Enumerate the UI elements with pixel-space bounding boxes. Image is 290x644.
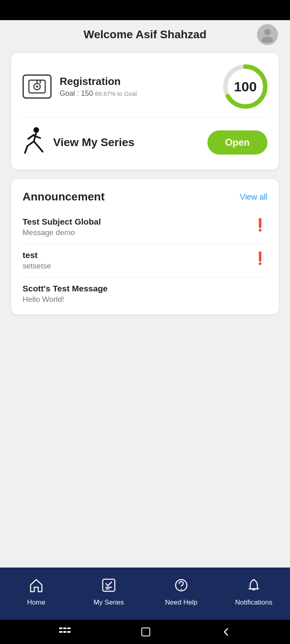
android-back-btn[interactable] — [221, 627, 231, 637]
svg-line-12 — [25, 146, 27, 153]
svg-line-14 — [39, 147, 43, 152]
announcement-header: Announcement View all — [23, 190, 267, 203]
nav-item-series[interactable]: My Series — [72, 578, 145, 607]
android-menu-btn[interactable] — [59, 627, 70, 636]
announcement-item: Scott's Test Message Hello World! — [23, 277, 267, 310]
android-home-btn[interactable] — [141, 627, 151, 637]
announcement-item: test setsetse ❗ — [23, 244, 267, 277]
announcement-card: Announcement View all Test Subject Globa… — [11, 179, 279, 314]
registration-row: Registration Goal : 150 66.67% to Goal 1… — [23, 64, 267, 109]
circle-value: 100 — [234, 79, 257, 95]
series-title: View My Series — [53, 136, 135, 149]
ann-subject-2: test — [23, 250, 249, 260]
nav-notifications-label: Notifications — [235, 599, 273, 607]
reg-info: Registration Goal : 150 66.67% to Goal — [60, 75, 137, 98]
reg-goal: Goal : 150 66.67% to Goal — [60, 89, 137, 98]
ann-message-3: Hello World! — [23, 295, 267, 304]
svg-rect-27 — [63, 631, 66, 633]
ann-message-2: setsetse — [23, 262, 249, 270]
ann-item-3-content: Scott's Test Message Hello World! — [23, 284, 267, 304]
series-row: View My Series Open — [23, 127, 267, 158]
svg-point-21 — [181, 589, 182, 590]
announcement-title: Announcement — [23, 190, 105, 203]
open-button[interactable]: Open — [207, 130, 267, 155]
svg-rect-23 — [59, 627, 62, 629]
ann-subject-3: Scott's Test Message — [23, 284, 267, 293]
user-icon — [259, 27, 276, 43]
ann-alert-2-icon: ❗ — [253, 251, 267, 265]
svg-point-4 — [36, 85, 38, 87]
ann-item-2-content: test setsetse — [23, 250, 249, 270]
svg-rect-24 — [63, 627, 66, 629]
svg-point-0 — [264, 29, 271, 35]
svg-rect-28 — [67, 631, 70, 633]
registration-card: Registration Goal : 150 66.67% to Goal 1… — [11, 53, 279, 169]
svg-point-1 — [262, 37, 273, 43]
bell-icon — [246, 578, 261, 595]
divider — [23, 118, 267, 118]
svg-rect-26 — [59, 631, 62, 633]
status-bar — [0, 0, 290, 20]
avatar[interactable] — [257, 24, 278, 45]
svg-line-11 — [27, 141, 34, 146]
ann-item-1-content: Test Subject Global Message demo — [23, 217, 249, 237]
ann-subject-1: Test Subject Global — [23, 217, 249, 227]
svg-line-13 — [34, 141, 39, 147]
svg-rect-25 — [67, 627, 70, 629]
announcement-item: Test Subject Global Message demo ❗ — [23, 211, 267, 244]
help-icon — [174, 578, 189, 595]
nav-home-label: Home — [27, 599, 45, 607]
header: Welcome Asif Shahzad — [0, 20, 290, 49]
spacer — [0, 320, 290, 568]
svg-line-15 — [28, 135, 34, 139]
bottom-nav: Home My Series Need Help — [0, 568, 290, 620]
series-icon — [101, 578, 116, 595]
reg-title: Registration — [60, 75, 137, 88]
android-nav — [0, 620, 290, 644]
nav-item-notifications[interactable]: Notifications — [218, 578, 290, 607]
ann-message-1: Message demo — [23, 228, 249, 237]
home-icon — [29, 578, 44, 595]
progress-circle: 100 — [223, 64, 267, 109]
ann-alert-1-icon: ❗ — [253, 218, 267, 232]
runner-icon — [23, 127, 45, 158]
view-all-link[interactable]: View all — [240, 192, 267, 202]
nav-item-home[interactable]: Home — [0, 578, 72, 607]
registration-icon-box — [23, 74, 52, 99]
series-left: View My Series — [23, 127, 135, 158]
svg-point-9 — [33, 127, 39, 133]
email-icon — [28, 78, 46, 95]
nav-help-label: Need Help — [165, 599, 197, 607]
nav-item-help[interactable]: Need Help — [145, 578, 218, 607]
nav-series-label: My Series — [93, 599, 124, 607]
svg-rect-29 — [142, 628, 150, 636]
reg-left: Registration Goal : 150 66.67% to Goal — [23, 74, 137, 99]
page-title: Welcome Asif Shahzad — [84, 28, 207, 41]
